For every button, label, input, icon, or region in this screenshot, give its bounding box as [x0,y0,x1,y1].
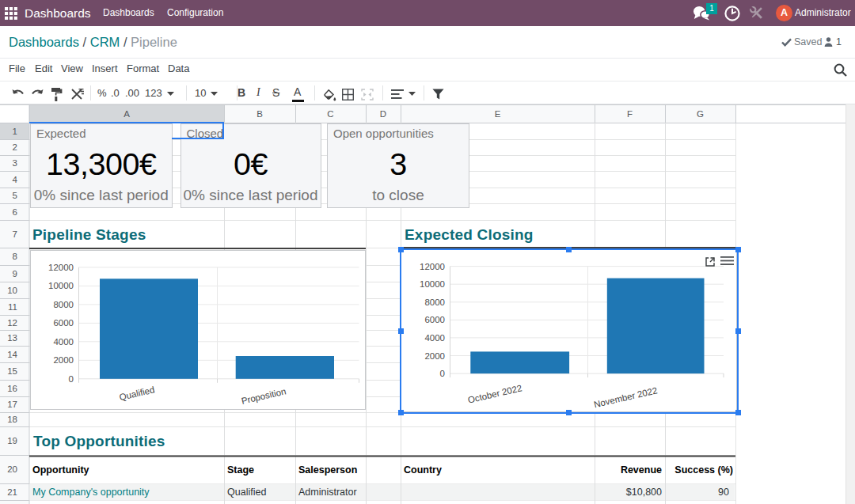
svg-text:20: 20 [7,464,17,474]
svg-text:2: 2 [13,142,17,152]
svg-text:D: D [380,109,386,119]
svg-text:G: G [697,109,704,119]
svg-text:F: F [627,109,633,119]
svg-text:6: 6 [13,207,17,217]
svg-text:13: 13 [7,333,17,343]
svg-text:10: 10 [7,286,17,295]
svg-text:1: 1 [13,127,17,136]
svg-text:17: 17 [7,400,17,409]
svg-text:21: 21 [7,487,17,497]
svg-text:3: 3 [13,158,17,168]
svg-text:9: 9 [13,269,17,279]
svg-text:8: 8 [13,252,17,261]
svg-text:4: 4 [13,175,18,184]
svg-text:16: 16 [7,384,17,393]
svg-text:E: E [495,109,501,119]
svg-text:A: A [124,109,130,119]
svg-text:18: 18 [7,415,17,424]
svg-text:12: 12 [7,318,17,328]
svg-text:11: 11 [8,302,17,312]
svg-text:C: C [327,109,333,119]
svg-text:7: 7 [13,229,17,239]
svg-text:14: 14 [7,350,17,359]
svg-text:15: 15 [7,366,17,376]
svg-text:5: 5 [13,191,17,200]
svg-text:B: B [256,109,263,119]
svg-text:19: 19 [7,436,17,445]
